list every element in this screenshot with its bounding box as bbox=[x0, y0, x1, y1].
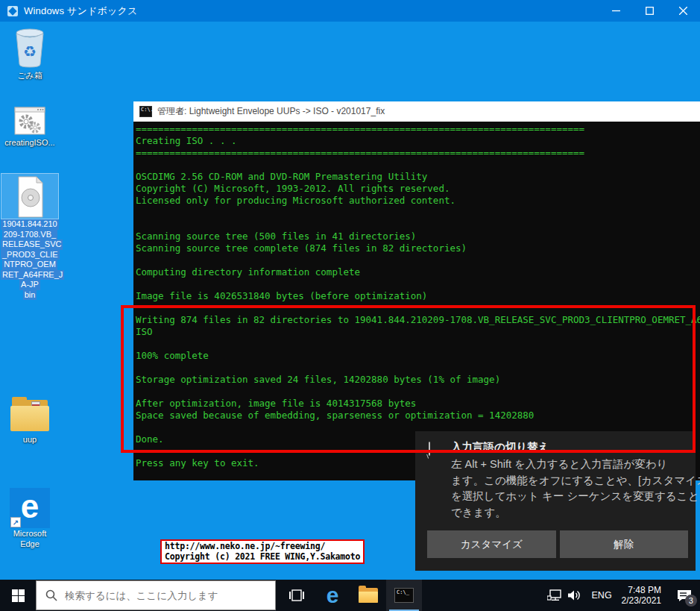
taskbar-cmd-button[interactable] bbox=[386, 580, 422, 611]
action-center-button[interactable]: 3 bbox=[669, 580, 700, 611]
close-button[interactable] bbox=[666, 0, 700, 22]
desktop-icon-label: 19041.844.210209-1708.VB_RELEASE_SVC_PRO… bbox=[1, 219, 59, 300]
dismiss-button[interactable]: 解除 bbox=[560, 530, 689, 558]
credit-box: http://www.neko.ne.jp/~freewing/ Copyrig… bbox=[160, 539, 365, 564]
maximize-icon bbox=[646, 7, 654, 15]
disc-image-file-icon bbox=[13, 175, 47, 219]
sandbox-window-title: Windows サンドボックス bbox=[24, 4, 137, 18]
desktop-icon-label: uup bbox=[1, 435, 59, 445]
edge-icon: e bbox=[327, 584, 339, 607]
close-icon bbox=[679, 7, 687, 15]
file-explorer-button[interactable] bbox=[350, 580, 386, 611]
file-explorer-icon bbox=[359, 588, 378, 603]
desktop-icon-label: ごみ箱 bbox=[1, 71, 59, 81]
task-view-icon bbox=[289, 589, 304, 602]
svg-text:♻: ♻ bbox=[23, 43, 37, 60]
shortcut-arrow-icon: ↗ bbox=[10, 517, 21, 527]
popup-title: 入力言語の切り替え bbox=[451, 440, 549, 454]
clock[interactable]: 7:48 PM2/23/2021 bbox=[619, 580, 669, 611]
network-icon bbox=[547, 589, 561, 601]
console-window: 管理者: Lightweight Envelope UUPs -> ISO - … bbox=[133, 101, 700, 480]
popup-body-text: 左 Alt + Shift を入力すると入力言語が変わり ます。この機能をオフに… bbox=[451, 457, 688, 521]
minimize-button[interactable] bbox=[599, 0, 633, 22]
customize-button[interactable]: カスタマイズ bbox=[427, 530, 556, 558]
desktop-icon-creating-iso[interactable]: creatingISO... bbox=[1, 101, 59, 148]
edge-icon: e ↗ bbox=[10, 488, 50, 528]
input-language-popup: 入力言語の切り替え 左 Alt + Shift を入力すると入力言語が変わり ま… bbox=[415, 431, 696, 571]
console-output: ========================================… bbox=[133, 122, 700, 480]
desktop-icon-uup-folder[interactable]: uup bbox=[1, 391, 59, 445]
desktop-icon-label: MicrosoftEdge bbox=[1, 528, 59, 549]
volume-button[interactable] bbox=[564, 580, 585, 611]
system-tray: ENG 7:48 PM2/23/2021 3 bbox=[545, 580, 700, 611]
recycle-bin-icon: ♻ bbox=[13, 27, 47, 69]
desktop-icon-recycle-bin[interactable]: ♻ ごみ箱 bbox=[1, 25, 59, 81]
console-title: 管理者: Lightweight Envelope UUPs -> ISO - … bbox=[157, 105, 385, 118]
start-button[interactable] bbox=[0, 580, 36, 611]
minimize-icon bbox=[612, 7, 620, 15]
sandbox-app-icon bbox=[7, 5, 19, 17]
taskbar: e ENG bbox=[0, 580, 700, 611]
cmd-icon bbox=[139, 106, 152, 117]
console-titlebar[interactable]: 管理者: Lightweight Envelope UUPs -> ISO - … bbox=[133, 101, 700, 122]
desktop-icon-bin-file[interactable]: 19041.844.210209-1708.VB_RELEASE_SVC_PRO… bbox=[1, 173, 59, 300]
taskbar-edge-button[interactable]: e bbox=[315, 580, 350, 611]
maximize-button[interactable] bbox=[633, 0, 666, 22]
desktop-icon-label: creatingISO... bbox=[1, 138, 59, 148]
network-button[interactable] bbox=[545, 580, 564, 611]
volume-icon bbox=[568, 589, 581, 601]
cmd-icon bbox=[394, 588, 414, 603]
folder-icon bbox=[10, 400, 49, 433]
start-icon bbox=[12, 589, 25, 602]
search-icon bbox=[45, 589, 57, 601]
task-view-button[interactable] bbox=[279, 580, 315, 611]
windows-sandbox-screen: Windows サンドボックス ♻ ごみ箱 bbox=[0, 0, 700, 611]
input-indicator-icon bbox=[429, 442, 430, 456]
sandbox-titlebar[interactable]: Windows サンドボックス bbox=[0, 0, 700, 22]
language-indicator[interactable]: ENG bbox=[585, 580, 619, 611]
batch-file-icon bbox=[13, 106, 46, 136]
taskbar-search[interactable] bbox=[36, 580, 276, 610]
credit-text: http://www.neko.ne.jp/~freewing/ Copyrig… bbox=[165, 542, 360, 562]
desktop-icon-microsoft-edge[interactable]: e ↗ MicrosoftEdge bbox=[1, 485, 59, 549]
notification-count-badge: 3 bbox=[685, 595, 697, 607]
search-input[interactable] bbox=[63, 589, 275, 602]
